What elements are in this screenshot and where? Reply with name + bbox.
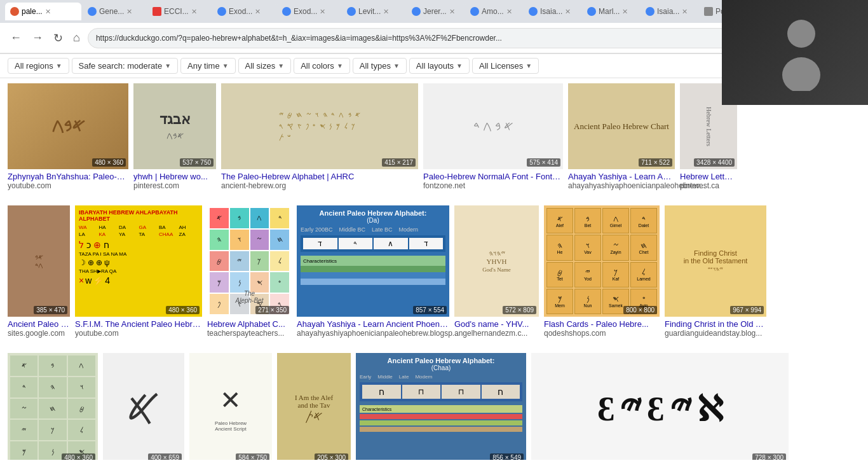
image-title: Hebrew Letters M... — [680, 172, 737, 181]
image-source: ahayahyashiyaphoenicianpaleohebrew... — [568, 181, 675, 190]
list-item[interactable]: I Am the Alefand the Tav𐤀𐤕 205 × 300 I A… — [277, 353, 351, 460]
chevron-down-icon: ▼ — [393, 62, 400, 69]
image-dimensions: 857 × 554 — [413, 306, 447, 314]
tab-label: Amo... — [482, 7, 504, 16]
filter-all-sizes[interactable]: All sizes ▼ — [238, 58, 292, 74]
image-title: Ahayah Yashiya - Learn Ancient Phoenicia… — [297, 319, 449, 329]
chevron-down-icon: ▼ — [165, 62, 171, 69]
home-button[interactable]: ⌂ — [71, 29, 83, 47]
image-dimensions: 205 × 300 — [315, 453, 348, 460]
image-dimensions: 400 × 659 — [148, 453, 182, 460]
filter-all-colors[interactable]: All colors ▼ — [294, 58, 350, 74]
list-item[interactable]: Ancient Paleo Hebrew Alphabet: (Da) Earl… — [297, 205, 449, 338]
tab-close[interactable]: ✕ — [622, 8, 628, 16]
list-item[interactable]: 𐤀 400 × 659 Alphabet - Paleo-H... — [103, 353, 184, 460]
tab-close[interactable]: ✕ — [506, 8, 512, 16]
image-source: ahayahyashiyaphoenicianpaleohebrew.blogs… — [297, 329, 449, 338]
filter-all-layouts[interactable]: All layouts ▼ — [409, 58, 470, 74]
image-title: yhwh | Hebrew wo... — [133, 172, 216, 181]
list-item[interactable]: 𐤀 𐤁 𐤂 𐤃 𐤄 𐤅 𐤆 𐤇 𐤈 𐤉 𐤊 𐤋 𐤌 𐤍 𐤎 — [8, 353, 98, 460]
tab-close[interactable]: ✕ — [320, 8, 325, 16]
image-source: angelhernandezm.c... — [454, 329, 539, 338]
chevron-down-icon: ▼ — [56, 62, 62, 69]
image-source: pinterest.com — [133, 181, 216, 190]
chevron-down-icon: ▼ — [337, 62, 343, 69]
tab-isaia2[interactable]: Isaia... ✕ — [641, 3, 698, 20]
image-dimensions: 480 × 360 — [62, 453, 95, 460]
filter-all-layouts-label: All layouts — [416, 61, 454, 71]
image-title: S.F.I.M. The Ancient Paleo Hebrew (T... — [75, 319, 202, 329]
tab-close[interactable]: ✕ — [191, 8, 197, 16]
tab-ecci[interactable]: ECCI... ✕ — [147, 3, 211, 20]
tab-close[interactable]: ✕ — [565, 8, 571, 16]
list-item[interactable]: 3 𐤉 3 𐤉 ℵ 728 × 300 Yeshua Hebrew Bible … — [531, 353, 789, 460]
tab-close[interactable]: ✕ — [126, 8, 132, 16]
list-item[interactable]: Ancient Paleo Hebrew Alphabet: (Chaa) Ea… — [356, 353, 526, 460]
back-button[interactable]: ← — [8, 29, 24, 47]
image-dimensions: 415 × 217 — [382, 158, 416, 167]
image-source: sites.google.com — [8, 329, 70, 338]
tab-close[interactable]: ✕ — [383, 8, 389, 16]
forward-button[interactable]: → — [29, 29, 46, 47]
tab-isaia1[interactable]: Isaia... ✕ — [524, 3, 581, 20]
image-dimensions: 271 × 350 — [255, 306, 289, 314]
svg-point-0 — [787, 20, 815, 48]
svg-point-1 — [782, 57, 820, 91]
tab-label: Jerer... — [423, 7, 447, 16]
list-item[interactable]: Ancient Paleo Hebrew Chart 711 × 522 Aha… — [568, 83, 675, 190]
person-silhouette — [770, 15, 820, 91]
tab-label: Isaia... — [540, 7, 562, 16]
image-dimensions: 967 × 994 — [730, 306, 764, 314]
tab-close[interactable]: ✕ — [682, 8, 688, 16]
tab-label: ECCI... — [164, 7, 189, 16]
image-dimensions: 800 × 800 — [623, 306, 657, 314]
image-source: youtube.com — [75, 329, 202, 338]
tab-close[interactable]: ✕ — [449, 8, 455, 16]
image-dimensions: 572 × 809 — [503, 306, 536, 314]
tab-jerer[interactable]: Jerer... ✕ — [407, 3, 464, 20]
image-dimensions: 856 × 549 — [490, 453, 524, 460]
image-row-3: 𐤀 𐤁 𐤂 𐤃 𐤄 𐤅 𐤆 𐤇 𐤈 𐤉 𐤊 𐤋 𐤌 𐤍 𐤎 — [8, 353, 860, 460]
list-item[interactable]: ✕ Paleo HebrewAncient Script 584 × 750 P… — [189, 353, 272, 460]
tab-active[interactable]: pale... ✕ — [5, 3, 81, 20]
filter-safe-search[interactable]: Safe search: moderate ▼ — [72, 58, 178, 74]
list-item[interactable]: 𐤀𐤁𐤂 480 × 360 Zphynyah BnYahshua: Paleo-… — [8, 83, 128, 190]
tab-levit[interactable]: Levit... ✕ — [342, 3, 405, 20]
filter-all-licenses[interactable]: All Licenses ▼ — [472, 58, 539, 74]
tab-close-active[interactable]: ✕ — [45, 8, 51, 16]
tab-gene[interactable]: Gene... ✕ — [83, 3, 146, 20]
tab-label: Isaia... — [657, 7, 679, 16]
image-dimensions: 575 × 414 — [527, 158, 560, 167]
list-item[interactable]: 𐤀 𐤁 𐤂 𐤃 𐤄 𐤅 𐤆 𐤇 𐤈 𐤉 𐤊 𐤋 𐤌 𐤍 𐤎 𐤏 — [207, 205, 292, 338]
filter-safe-search-label: Safe search: moderate — [79, 61, 163, 71]
tab-label-active: pale... — [22, 7, 43, 16]
list-item[interactable]: Finding Christin the Old Testament𐤉𐤄𐤅𐤔𐤏 … — [665, 205, 766, 338]
filter-all-types[interactable]: All types ▼ — [353, 58, 407, 74]
reload-button[interactable]: ↻ — [51, 29, 65, 48]
list-item[interactable]: 𐤀Alef 𐤁Bet 𐤂Gimel 𐤃Dalet 𐤄He 𐤅Vav 𐤆Zayin… — [544, 205, 660, 338]
tab-exod2[interactable]: Exod... ✕ — [277, 3, 341, 20]
list-item[interactable]: 𐤀 𐤁 𐤂 𐤃 575 × 414 Paleo-Hebrew NormalA F… — [423, 83, 563, 190]
address-text: https://duckduckgo.com/?q=paleo-hebrew+a… — [96, 34, 797, 43]
filter-all-licenses-label: All Licenses — [479, 61, 523, 71]
filter-regions-label: All regions — [15, 61, 53, 71]
image-title: Finding Christ in the Old T... — [665, 319, 766, 329]
image-source: qodeshshops.com — [544, 329, 660, 338]
tab-amo[interactable]: Amo... ✕ — [465, 3, 522, 20]
tab-exod1[interactable]: Exod... ✕ — [212, 3, 276, 20]
image-title: Ancient Paleo Hebr... — [8, 319, 70, 329]
tab-marl[interactable]: Marl... ✕ — [582, 3, 639, 20]
list-item[interactable]: 𐤀𐤁𐤂𐤃 385 × 470 Ancient Paleo Hebr... sit… — [8, 205, 70, 338]
tab-label: Exod... — [229, 7, 252, 16]
filter-regions[interactable]: All regions ▼ — [8, 58, 69, 74]
address-bar[interactable]: https://duckduckgo.com/?q=paleo-hebrew+a… — [88, 28, 805, 48]
list-item[interactable]: 𐤀 𐤁 𐤂 𐤃 𐤄 𐤅 𐤆 𐤇 𐤈 𐤉 𐤊 𐤋 𐤌 𐤍 𐤎 𐤏 𐤐 𐤑 𐤒 𐤓 … — [221, 83, 418, 190]
filter-any-time[interactable]: Any time ▼ — [180, 58, 235, 74]
list-item[interactable]: IBARYATH HEBREW AHLAPBAYATH ALPHABET WAH… — [75, 205, 202, 338]
list-item[interactable]: אבגד 𐤀𐤁𐤂 537 × 750 yhwh | Hebrew wo... p… — [133, 83, 216, 190]
webcam-overlay — [722, 0, 868, 105]
tab-close[interactable]: ✕ — [255, 8, 261, 16]
image-source: teacherspayteachers... — [207, 329, 292, 338]
chevron-down-icon: ▼ — [456, 62, 463, 69]
list-item[interactable]: 𐤉𐤄𐤅𐤄YHVHGod's Name 572 × 809 God's name … — [454, 205, 539, 338]
